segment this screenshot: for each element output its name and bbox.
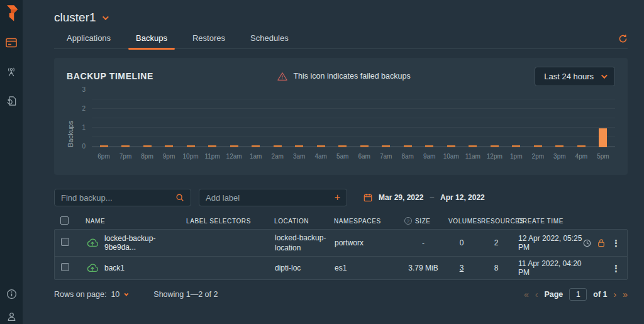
col-volumes: VOLUMES — [445, 215, 477, 227]
namespaces-cell: es1 — [331, 261, 401, 275]
last-page-icon[interactable]: » — [623, 290, 628, 299]
chart-column: 3pm — [552, 91, 568, 160]
cluster-chevron-down-icon[interactable] — [102, 14, 108, 20]
cluster-name: cluster1 — [54, 11, 96, 25]
volumes-cell[interactable]: 3 — [445, 261, 478, 275]
backup-success-cloud-icon — [86, 263, 99, 273]
first-page-icon[interactable]: « — [524, 290, 529, 299]
next-page-icon[interactable]: › — [614, 290, 617, 299]
zero-backup-dash — [230, 145, 238, 147]
zero-backup-dash — [252, 145, 260, 147]
zero-backup-dash — [577, 145, 586, 147]
help-icon[interactable]: ? — [404, 217, 412, 225]
app-root: cluster1 Applications Backups Restores S… — [0, 0, 644, 324]
chart-column: 11pm — [204, 91, 221, 160]
zero-backup-dash — [360, 145, 369, 147]
x-tick-label: 4am — [314, 153, 326, 160]
chart-column: 2am — [269, 91, 286, 160]
backup-timeline-panel: BACKUP TIMELINE This icon indicates fail… — [54, 58, 628, 175]
x-tick-label: 10am — [443, 153, 459, 160]
chart-yticks: 0123 — [75, 91, 92, 162]
zero-backup-dash — [143, 145, 152, 147]
add-label-box: + — [199, 189, 347, 206]
lock-icon — [597, 238, 605, 247]
tab-backups[interactable]: Backups — [123, 30, 180, 48]
x-tick-label: 5pm — [597, 153, 609, 160]
col-label-selectors: LABEL SELECTORS — [182, 215, 270, 227]
portworx-logo-icon[interactable] — [0, 0, 23, 26]
filter-row: + Mar 29, 2022 – Apr 12, 2022 — [54, 189, 628, 206]
tab-applications[interactable]: Applications — [54, 30, 123, 48]
row-checkbox[interactable] — [61, 238, 69, 246]
find-backup-input[interactable] — [61, 193, 175, 203]
refresh-icon[interactable] — [618, 34, 628, 43]
zero-backup-dash — [425, 145, 433, 147]
y-tick-label: 3 — [82, 86, 86, 93]
chart-column: 4am — [313, 91, 329, 160]
col-create-time: CREATE TIME — [514, 215, 589, 227]
page-of-label: of 1 — [593, 290, 607, 299]
y-tick-label: 0 — [82, 143, 86, 150]
user-icon[interactable] — [5, 310, 18, 323]
calendar-icon — [364, 193, 372, 202]
chart-column: 12pm — [486, 91, 502, 160]
chart-column: 6am — [356, 91, 372, 160]
previous-page-icon[interactable]: ‹ — [535, 290, 538, 299]
select-all-checkbox[interactable] — [60, 216, 69, 225]
broadcast-tower-icon[interactable] — [5, 65, 18, 78]
y-tick-label: 2 — [82, 105, 86, 112]
chart-column: 12am — [226, 91, 242, 160]
restore-document-icon[interactable] — [5, 94, 18, 107]
table-footer: Rows on page: 10 Showing 1—2 of 2 « ‹ Pa… — [54, 285, 628, 304]
backup-name[interactable]: back1 — [104, 264, 125, 272]
zero-backup-dash — [491, 145, 499, 147]
zero-backup-dash — [274, 145, 282, 147]
backup-name[interactable]: locked-backup-9be9da... — [104, 234, 179, 252]
main-content: cluster1 Applications Backups Restores S… — [23, 0, 644, 324]
chart-column: 10am — [443, 91, 459, 160]
label-selectors-cell — [183, 240, 271, 245]
label-selectors-cell — [183, 265, 271, 271]
row-checkbox[interactable] — [61, 263, 69, 271]
tab-restores[interactable]: Restores — [180, 30, 238, 48]
chart-column: 6pm — [96, 91, 112, 160]
date-range[interactable]: Mar 29, 2022 – Apr 12, 2022 — [364, 193, 485, 202]
page-number-input[interactable] — [569, 288, 587, 301]
tab-schedules[interactable]: Schedules — [238, 30, 301, 48]
chart-y-axis-title: Backups — [67, 91, 74, 147]
zero-backup-dash — [338, 145, 347, 147]
backup-success-cloud-icon — [86, 238, 99, 248]
add-label-input[interactable] — [206, 193, 335, 203]
backup-timeline-chart: Backups 0123 6pm7pm8pm9pm10pm11pm12am1am… — [67, 91, 615, 162]
plus-icon[interactable]: + — [335, 193, 340, 203]
resources-cell: 2 — [478, 236, 514, 250]
row-actions: ⋮ — [589, 236, 627, 250]
table-body: locked-backup-9be9da...locked-backup-loc… — [54, 229, 628, 280]
date-separator: – — [430, 193, 434, 202]
chart-column: 8am — [399, 91, 416, 160]
size-cell: 3.79 MiB — [401, 261, 445, 275]
col-name[interactable]: NAME — [82, 215, 182, 227]
chevron-down-icon — [601, 72, 608, 79]
rows-per-page-selector[interactable]: Rows on page: 10 — [54, 290, 127, 299]
table-row: back1dipti-loces13.79 MiB3811 Apr 2022, … — [55, 256, 627, 279]
col-resources: RESOURCES — [477, 215, 514, 227]
info-icon[interactable] — [5, 288, 18, 300]
volumes-link[interactable]: 3 — [460, 264, 464, 272]
kebab-icon[interactable]: ⋮ — [611, 264, 621, 273]
kebab-icon[interactable]: ⋮ — [611, 238, 621, 248]
chart-column: 3am — [291, 91, 308, 160]
time-range-dropdown[interactable]: Last 24 hours — [535, 67, 615, 86]
chart-columns: 6pm7pm8pm9pm10pm11pm12am1am2am3am4am5am6… — [92, 91, 615, 160]
location-cell: locked-backup-location — [271, 230, 331, 255]
create-time-cell: 12 Apr 2022, 05:25 PM — [514, 232, 589, 254]
applications-icon[interactable] — [5, 36, 18, 49]
resources-cell: 8 — [478, 261, 514, 275]
zero-backup-dash — [208, 145, 216, 147]
chart-column: 11am — [465, 91, 481, 160]
x-tick-label: 8am — [401, 153, 413, 160]
search-icon[interactable] — [175, 193, 184, 202]
chart-column: 9am — [421, 91, 438, 160]
chart-column: 1am — [248, 91, 264, 160]
chart-column: 7am — [378, 91, 394, 160]
